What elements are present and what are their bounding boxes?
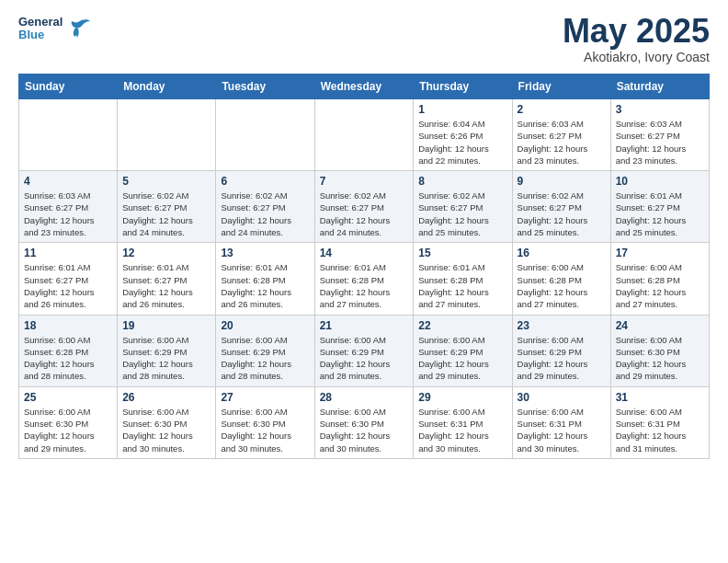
title-block: May 2025 Akotiakro, Ivory Coast	[563, 15, 710, 64]
calendar-cell: 21Sunrise: 6:00 AM Sunset: 6:29 PM Dayli…	[314, 315, 414, 386]
day-info: Sunrise: 6:03 AM Sunset: 6:27 PM Dayligh…	[24, 190, 112, 238]
calendar-cell: 7Sunrise: 6:02 AM Sunset: 6:27 PM Daylig…	[314, 171, 414, 243]
day-info: Sunrise: 6:02 AM Sunset: 6:27 PM Dayligh…	[122, 190, 210, 238]
day-info: Sunrise: 6:00 AM Sunset: 6:28 PM Dayligh…	[518, 261, 606, 310]
day-header-friday: Friday	[512, 75, 610, 99]
calendar-cell	[19, 99, 118, 171]
day-number: 9	[518, 175, 606, 188]
day-number: 14	[320, 247, 409, 259]
logo-general: General	[18, 16, 63, 29]
calendar-cell: 13Sunrise: 6:01 AM Sunset: 6:28 PM Dayli…	[216, 243, 314, 315]
day-info: Sunrise: 6:02 AM Sunset: 6:27 PM Dayligh…	[518, 190, 606, 238]
page-header: General Blue May 2025 Akotiakro, Ivory C…	[18, 15, 710, 64]
day-number: 22	[418, 319, 506, 332]
day-info: Sunrise: 6:00 AM Sunset: 6:30 PM Dayligh…	[616, 334, 704, 383]
day-header-wednesday: Wednesday	[314, 75, 414, 99]
calendar-cell: 11Sunrise: 6:01 AM Sunset: 6:27 PM Dayli…	[19, 243, 118, 315]
day-info: Sunrise: 6:00 AM Sunset: 6:31 PM Dayligh…	[616, 406, 704, 454]
day-number: 25	[24, 391, 112, 404]
calendar-week-5: 25Sunrise: 6:00 AM Sunset: 6:30 PM Dayli…	[19, 386, 710, 458]
day-number: 5	[122, 175, 210, 188]
day-number: 21	[320, 319, 409, 332]
calendar-cell: 12Sunrise: 6:01 AM Sunset: 6:27 PM Dayli…	[118, 243, 216, 315]
day-header-tuesday: Tuesday	[216, 75, 314, 99]
day-info: Sunrise: 6:00 AM Sunset: 6:29 PM Dayligh…	[221, 334, 309, 383]
calendar-cell	[118, 99, 216, 171]
calendar-cell: 5Sunrise: 6:02 AM Sunset: 6:27 PM Daylig…	[118, 171, 216, 243]
calendar-cell: 27Sunrise: 6:00 AM Sunset: 6:30 PM Dayli…	[216, 386, 314, 458]
day-number: 27	[221, 391, 309, 404]
day-info: Sunrise: 6:00 AM Sunset: 6:29 PM Dayligh…	[518, 334, 606, 383]
day-info: Sunrise: 6:00 AM Sunset: 6:28 PM Dayligh…	[616, 261, 704, 310]
calendar-week-3: 11Sunrise: 6:01 AM Sunset: 6:27 PM Dayli…	[19, 243, 710, 315]
day-number: 17	[616, 247, 704, 259]
day-number: 31	[616, 391, 704, 404]
day-number: 1	[418, 103, 506, 116]
day-header-monday: Monday	[118, 75, 216, 99]
calendar-week-1: 1Sunrise: 6:04 AM Sunset: 6:26 PM Daylig…	[19, 99, 710, 171]
day-number: 28	[320, 391, 409, 404]
day-info: Sunrise: 6:00 AM Sunset: 6:30 PM Dayligh…	[221, 406, 309, 454]
logo-blue: Blue	[18, 29, 63, 41]
calendar-cell: 18Sunrise: 6:00 AM Sunset: 6:28 PM Dayli…	[19, 315, 118, 386]
day-info: Sunrise: 6:00 AM Sunset: 6:29 PM Dayligh…	[320, 334, 409, 383]
calendar-cell: 4Sunrise: 6:03 AM Sunset: 6:27 PM Daylig…	[19, 171, 118, 243]
day-number: 11	[24, 247, 112, 259]
day-number: 7	[320, 175, 409, 188]
day-number: 16	[518, 247, 606, 259]
day-number: 24	[616, 319, 704, 332]
day-number: 10	[616, 175, 704, 188]
day-info: Sunrise: 6:00 AM Sunset: 6:30 PM Dayligh…	[320, 406, 409, 454]
calendar-cell: 23Sunrise: 6:00 AM Sunset: 6:29 PM Dayli…	[512, 315, 610, 386]
day-number: 13	[221, 247, 309, 259]
day-info: Sunrise: 6:01 AM Sunset: 6:27 PM Dayligh…	[616, 190, 704, 238]
day-info: Sunrise: 6:01 AM Sunset: 6:28 PM Dayligh…	[221, 261, 309, 310]
calendar-table: SundayMondayTuesdayWednesdayThursdayFrid…	[18, 74, 710, 459]
calendar-cell: 19Sunrise: 6:00 AM Sunset: 6:29 PM Dayli…	[118, 315, 216, 386]
calendar-cell: 8Sunrise: 6:02 AM Sunset: 6:27 PM Daylig…	[414, 171, 512, 243]
day-number: 29	[418, 391, 506, 404]
day-info: Sunrise: 6:00 AM Sunset: 6:30 PM Dayligh…	[24, 406, 112, 454]
day-info: Sunrise: 6:02 AM Sunset: 6:27 PM Dayligh…	[320, 190, 409, 238]
calendar-cell	[314, 99, 414, 171]
calendar-week-4: 18Sunrise: 6:00 AM Sunset: 6:28 PM Dayli…	[19, 315, 710, 386]
day-info: Sunrise: 6:01 AM Sunset: 6:27 PM Dayligh…	[122, 261, 210, 310]
day-number: 6	[221, 175, 309, 188]
calendar-cell: 22Sunrise: 6:00 AM Sunset: 6:29 PM Dayli…	[414, 315, 512, 386]
day-info: Sunrise: 6:00 AM Sunset: 6:31 PM Dayligh…	[418, 406, 506, 454]
calendar-cell: 24Sunrise: 6:00 AM Sunset: 6:30 PM Dayli…	[610, 315, 709, 386]
calendar-week-2: 4Sunrise: 6:03 AM Sunset: 6:27 PM Daylig…	[19, 171, 710, 243]
day-info: Sunrise: 6:00 AM Sunset: 6:28 PM Dayligh…	[24, 334, 112, 383]
day-info: Sunrise: 6:00 AM Sunset: 6:30 PM Dayligh…	[122, 406, 210, 454]
day-number: 20	[221, 319, 309, 332]
month-title: May 2025	[563, 15, 710, 48]
logo-bird-icon	[64, 15, 92, 42]
calendar-cell: 17Sunrise: 6:00 AM Sunset: 6:28 PM Dayli…	[610, 243, 709, 315]
day-info: Sunrise: 6:00 AM Sunset: 6:29 PM Dayligh…	[418, 334, 506, 383]
calendar-cell	[216, 99, 314, 171]
calendar-cell: 31Sunrise: 6:00 AM Sunset: 6:31 PM Dayli…	[610, 386, 709, 458]
day-number: 4	[24, 175, 112, 188]
day-number: 3	[616, 103, 704, 116]
calendar-header-row: SundayMondayTuesdayWednesdayThursdayFrid…	[19, 75, 710, 99]
day-info: Sunrise: 6:01 AM Sunset: 6:27 PM Dayligh…	[24, 261, 112, 310]
calendar-cell: 28Sunrise: 6:00 AM Sunset: 6:30 PM Dayli…	[314, 386, 414, 458]
calendar-cell: 14Sunrise: 6:01 AM Sunset: 6:28 PM Dayli…	[314, 243, 414, 315]
day-header-thursday: Thursday	[414, 75, 512, 99]
calendar-cell: 15Sunrise: 6:01 AM Sunset: 6:28 PM Dayli…	[414, 243, 512, 315]
calendar-cell: 30Sunrise: 6:00 AM Sunset: 6:31 PM Dayli…	[512, 386, 610, 458]
calendar-cell: 20Sunrise: 6:00 AM Sunset: 6:29 PM Dayli…	[216, 315, 314, 386]
day-number: 19	[122, 319, 210, 332]
day-number: 15	[418, 247, 506, 259]
calendar-cell: 1Sunrise: 6:04 AM Sunset: 6:26 PM Daylig…	[414, 99, 512, 171]
day-header-sunday: Sunday	[19, 75, 118, 99]
calendar-cell: 10Sunrise: 6:01 AM Sunset: 6:27 PM Dayli…	[610, 171, 709, 243]
location-subtitle: Akotiakro, Ivory Coast	[563, 50, 710, 64]
day-number: 23	[518, 319, 606, 332]
day-info: Sunrise: 6:01 AM Sunset: 6:28 PM Dayligh…	[320, 261, 409, 310]
day-number: 18	[24, 319, 112, 332]
day-info: Sunrise: 6:04 AM Sunset: 6:26 PM Dayligh…	[418, 118, 506, 167]
calendar-cell: 25Sunrise: 6:00 AM Sunset: 6:30 PM Dayli…	[19, 386, 118, 458]
calendar-cell: 26Sunrise: 6:00 AM Sunset: 6:30 PM Dayli…	[118, 386, 216, 458]
day-number: 26	[122, 391, 210, 404]
